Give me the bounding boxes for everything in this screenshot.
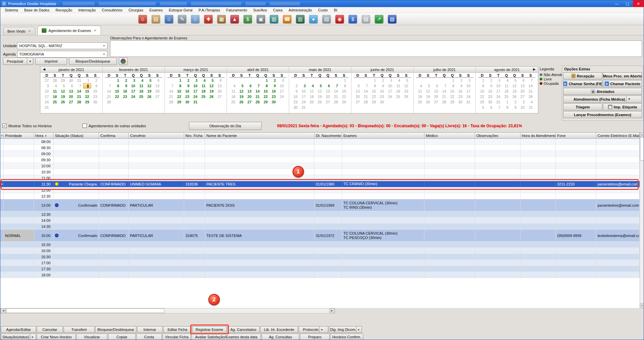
mostrar-horarios-checkbox[interactable]: ✓ xyxy=(2,124,7,128)
calendar-day[interactable]: 11 xyxy=(394,83,402,89)
calendar-next-icon[interactable]: ▶ xyxy=(533,67,536,71)
calendar-day[interactable]: 9 xyxy=(292,89,300,94)
calendar-day[interactable]: 12 xyxy=(424,89,432,94)
toolbar-button-bi[interactable]: ▧ xyxy=(387,14,397,24)
calendar-day[interactable]: 7 xyxy=(440,83,448,89)
calendar-day[interactable]: 12 xyxy=(59,89,67,94)
calendar-day[interactable]: 9 xyxy=(510,105,518,110)
calendar-day[interactable]: 28 xyxy=(253,99,262,105)
calendar-day[interactable]: 17 xyxy=(129,89,137,94)
calendar-day[interactable]: 29 xyxy=(478,99,486,105)
calendar-day[interactable]: 8 xyxy=(340,83,348,89)
extras-button-atestados[interactable]: ▤Atestados xyxy=(563,88,642,95)
calendar-day[interactable]: 30 xyxy=(183,99,192,105)
calendar-day[interactable]: 1 xyxy=(448,78,456,83)
calendar-day[interactable]: 18 xyxy=(200,89,208,94)
horizontal-scroll-thumb[interactable] xyxy=(6,308,164,313)
calendar-day[interactable]: 9 xyxy=(121,83,129,89)
toolbar-button-documentos[interactable]: ▤ xyxy=(321,14,332,24)
calendar-day[interactable]: 13 xyxy=(216,83,224,89)
calendar-day[interactable]: 10 xyxy=(386,83,394,89)
calendar-day[interactable]: 21 xyxy=(75,94,83,99)
calendar-day[interactable]: 29 xyxy=(175,99,183,105)
calendar-day[interactable]: 10 xyxy=(465,83,473,89)
calendar-day[interactable]: 21 xyxy=(105,94,113,99)
calendar-day[interactable]: 12 xyxy=(237,89,245,94)
calendar-day[interactable]: 17 xyxy=(494,89,502,94)
calendar-day[interactable]: 13 xyxy=(354,89,362,94)
calendar-day[interactable]: 11 xyxy=(416,89,424,94)
calendar-day[interactable]: 24 xyxy=(300,99,308,105)
outras-unidades-checkbox[interactable] xyxy=(82,124,87,128)
pesquisar-dropdown-icon[interactable]: ▼ xyxy=(27,58,33,65)
col-header-correio-eletronico-e-mail[interactable]: Correio Eletrônico (E-Mail) xyxy=(596,133,640,139)
calendar-day[interactable]: 28 xyxy=(440,99,448,105)
calendar-day[interactable]: 28 xyxy=(105,99,113,105)
calendar-day[interactable]: 30 xyxy=(456,99,465,105)
calendar-day[interactable]: 14 xyxy=(527,83,535,89)
toolbar-button-relatorios[interactable]: ▥ xyxy=(269,14,279,24)
calendar-day[interactable]: 11 xyxy=(200,83,208,89)
schedule-row-12-30[interactable]: 12:30 xyxy=(0,193,640,199)
toolbar-button-recepcao[interactable]: ☺ xyxy=(138,14,148,24)
calendar-day[interactable]: 28 xyxy=(527,94,535,99)
schedule-row-13-00[interactable]: 13:00ConfirmadoCONFIRMADOPARTICULARPACIE… xyxy=(0,199,640,211)
extras-button-lancar-procedimentos-exames[interactable]: Lançar Procedimentos (Exames) xyxy=(563,111,642,118)
calendar-day[interactable]: 29 xyxy=(83,99,91,105)
calendar-day[interactable]: 17 xyxy=(300,94,308,99)
calendar-day[interactable]: 18 xyxy=(502,89,510,94)
calendar-day[interactable]: 31 xyxy=(465,99,473,105)
col-header-dt-nascimento[interactable]: Dt. Nascimento xyxy=(314,133,342,139)
footer-button-internar[interactable]: Internar xyxy=(137,326,163,333)
calendar-day[interactable]: 12 xyxy=(316,89,324,94)
calendar-day[interactable]: 15 xyxy=(113,89,121,94)
calendar-day[interactable]: 20 xyxy=(154,89,162,94)
calendar-day[interactable]: 4 xyxy=(308,83,316,89)
scroll-down-icon[interactable]: ▼ xyxy=(640,303,644,308)
calendar-day[interactable]: 20 xyxy=(216,89,224,94)
menu-item-p-a-terapias[interactable]: P.A./Terapias xyxy=(196,7,223,13)
calendar-day[interactable]: 15 xyxy=(370,89,378,94)
footer-button-visualizar[interactable]: Visualizar xyxy=(76,334,107,340)
extras-button-atendimentos-ficha-medica[interactable]: Atendimentos (Ficha Médica)▼ xyxy=(563,96,642,103)
minimize-button[interactable]: — xyxy=(611,0,622,7)
calendar-day[interactable]: 21 xyxy=(527,89,535,94)
calendar-day[interactable]: 19 xyxy=(510,89,518,94)
calendar-day[interactable]: 11 xyxy=(308,89,316,94)
calendar-day[interactable]: 14 xyxy=(105,89,113,94)
calendar-day[interactable]: 3 xyxy=(300,83,308,89)
calendar-day[interactable]: 25 xyxy=(394,94,402,99)
calendar-day[interactable]: 30 xyxy=(91,99,99,105)
calendar-day[interactable]: 2 xyxy=(486,78,494,83)
calendar-day[interactable]: 10 xyxy=(518,105,527,110)
col-header-exames[interactable]: Exames xyxy=(342,133,425,139)
schedule-row-11-00[interactable]: 11:00 xyxy=(0,175,640,181)
schedule-row-14-00[interactable]: 14:00 xyxy=(0,217,640,224)
calendar-day[interactable]: 3 xyxy=(278,78,286,83)
calendar-day[interactable]: 28 xyxy=(332,99,340,105)
calendar-day[interactable]: 31 xyxy=(43,105,51,110)
calendar-day[interactable]: 10 xyxy=(494,83,502,89)
col-header-confirma[interactable]: Confirma xyxy=(99,133,129,139)
calendar-day[interactable]: 22 xyxy=(175,94,183,99)
footer-button-avaliar-satisfacao-exames-desta-data[interactable]: Avaliar Satisfação/Exames desta data xyxy=(192,334,261,340)
calendar-day[interactable]: 4 xyxy=(137,78,145,83)
col-header-prioridade[interactable]: Prioridade xyxy=(4,133,34,139)
schedule-row-09-30[interactable]: 09:30 xyxy=(0,157,640,163)
footer-button-dig-img-dicom[interactable]: Dig. Img Dicom▼ xyxy=(329,326,362,333)
calendar-day[interactable]: 2 xyxy=(270,78,278,83)
calendar-day[interactable]: 11 xyxy=(137,83,145,89)
calendar-day[interactable]: 11 xyxy=(229,89,237,94)
calendar-day[interactable]: 6 xyxy=(67,83,75,89)
chevron-down-icon[interactable]: ▼ xyxy=(103,44,105,47)
calendar-day[interactable]: 31 xyxy=(300,105,308,110)
calendar-day[interactable]: 4 xyxy=(229,83,237,89)
calendar-day[interactable]: 23 xyxy=(183,94,192,99)
calendar-day[interactable]: 21 xyxy=(362,94,370,99)
calendar-day[interactable]: 7 xyxy=(253,83,262,89)
chevron-down-icon[interactable]: ▼ xyxy=(319,327,324,333)
calendar-day[interactable]: 1 xyxy=(502,99,510,105)
calendar-day[interactable]: 15 xyxy=(175,89,183,94)
tab-close-icon[interactable]: ✕ xyxy=(94,29,97,32)
chevron-down-icon[interactable]: ▼ xyxy=(30,334,35,340)
